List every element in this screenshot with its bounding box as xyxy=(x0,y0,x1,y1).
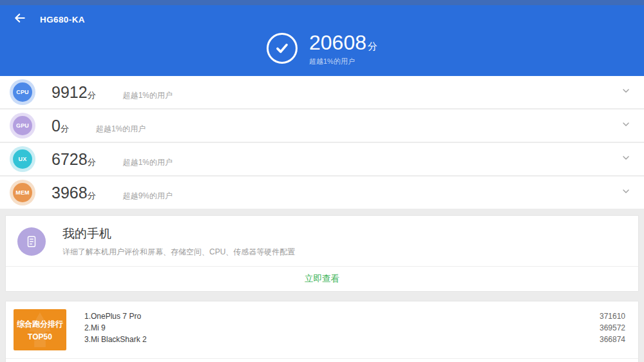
cpu-percentile-note: 超越1%的用户 xyxy=(123,90,173,101)
total-score-note: 超越1%的用户 xyxy=(309,57,377,66)
chevron-down-icon[interactable] xyxy=(621,119,631,132)
chevron-down-icon[interactable] xyxy=(621,86,631,99)
gpu-score-unit: 分 xyxy=(61,123,69,135)
my-phone-view-now-button[interactable]: 立即查看 xyxy=(6,267,638,291)
spec-sheet-icon xyxy=(17,227,46,256)
score-row-gpu[interactable]: GPU 0 分 超越1%的用户 xyxy=(0,110,644,142)
ranking-device-name: 3.Mi BlackShark 2 xyxy=(84,334,147,345)
ranking-view-now-button[interactable]: 立即查看 xyxy=(6,359,638,362)
mem-icon: MEM xyxy=(13,183,32,202)
my-phone-card: 我的手机 详细了解本机用户评价和屏幕、存储空间、CPU、传感器等硬件配置 立即查… xyxy=(5,215,639,292)
cpu-icon: CPU xyxy=(13,82,32,102)
ranking-list-item: 3.Mi BlackShark 2 366874 xyxy=(84,334,625,345)
back-button[interactable] xyxy=(13,12,27,26)
mem-percentile-note: 超越9%的用户 xyxy=(123,191,173,202)
mem-score: 3968 xyxy=(52,184,88,202)
top50-ranking-badge: 综合跑分排行 TOP50 xyxy=(14,309,66,350)
total-score-unit: 分 xyxy=(368,41,377,53)
arrow-left-icon xyxy=(14,12,26,27)
badge-subtitle: TOP50 xyxy=(28,332,52,341)
gpu-percentile-note: 超越1%的用户 xyxy=(96,124,146,135)
app-header: HG680-KA 20608 分 超越1%的用户 xyxy=(0,0,644,76)
ux-score-unit: 分 xyxy=(88,157,96,168)
chevron-down-icon[interactable] xyxy=(621,186,631,199)
total-score-value: 20608 xyxy=(309,31,366,55)
chevron-down-icon[interactable] xyxy=(621,153,631,166)
badge-title: 综合跑分排行 xyxy=(17,319,63,330)
gpu-score: 0 xyxy=(52,117,61,135)
check-circle-icon xyxy=(267,33,298,64)
ranking-device-score: 369572 xyxy=(600,323,625,334)
ranking-list-item: 2.Mi 9 369572 xyxy=(84,323,625,334)
ranking-device-name: 2.Mi 9 xyxy=(84,323,106,334)
score-row-mem[interactable]: MEM 3968 分 超越9%的用户 xyxy=(0,176,644,209)
ranking-list: 1.OnePlus 7 Pro 371610 2.Mi 9 369572 3.M… xyxy=(84,311,625,346)
my-phone-title: 我的手机 xyxy=(62,225,295,242)
appbar: HG680-KA xyxy=(0,5,644,26)
score-row-ux[interactable]: UX 6728 分 超越1%的用户 xyxy=(0,143,644,175)
cpu-score: 9912 xyxy=(52,83,88,102)
ux-icon: UX xyxy=(13,149,32,169)
score-row-cpu[interactable]: CPU 9912 分 超越1%的用户 xyxy=(0,76,644,108)
gpu-icon: GPU xyxy=(13,116,32,135)
cpu-score-unit: 分 xyxy=(88,90,96,101)
mem-score-unit: 分 xyxy=(88,190,96,202)
ranking-list-item: 1.OnePlus 7 Pro 371610 xyxy=(84,311,625,322)
my-phone-subtitle: 详细了解本机用户评价和屏幕、存储空间、CPU、传感器等硬件配置 xyxy=(62,247,295,258)
ranking-device-score: 371610 xyxy=(600,311,625,322)
total-score-hero: 20608 分 超越1%的用户 xyxy=(0,31,644,66)
ranking-device-name: 1.OnePlus 7 Pro xyxy=(84,311,141,322)
ux-percentile-note: 超越1%的用户 xyxy=(123,157,173,168)
ranking-device-score: 366874 xyxy=(600,334,625,345)
page-title: HG680-KA xyxy=(40,15,85,24)
ux-score: 6728 xyxy=(52,150,88,169)
status-bar xyxy=(0,0,644,5)
ranking-card: 综合跑分排行 TOP50 1.OnePlus 7 Pro 371610 2.Mi… xyxy=(5,301,639,362)
